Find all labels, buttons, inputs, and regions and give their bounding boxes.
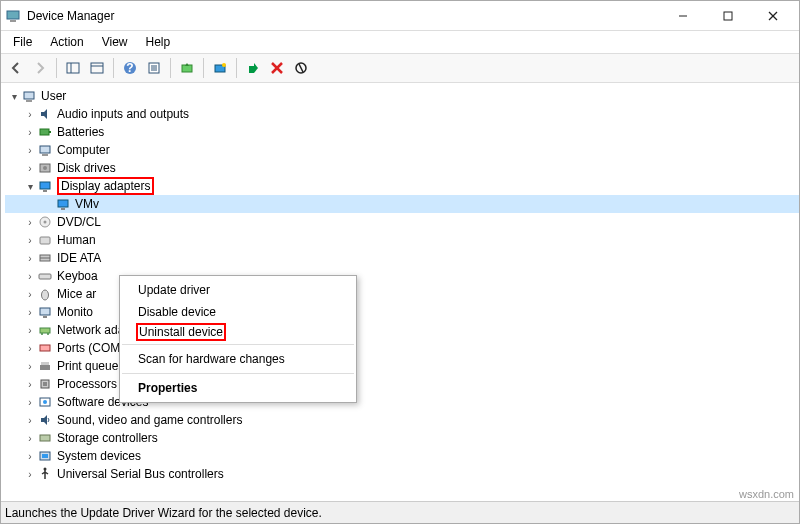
tree-node-label: Mice ar [57,287,96,301]
tree-node[interactable]: ›Universal Serial Bus controllers [5,465,799,483]
context-menu: Update driverDisable deviceUninstall dev… [119,275,357,403]
chevron-icon[interactable]: › [23,253,37,264]
disable-device-button[interactable] [290,57,312,79]
chevron-icon[interactable]: › [23,451,37,462]
context-menu-item-label: Properties [138,381,197,395]
computer-icon [37,142,53,158]
svg-rect-24 [26,100,32,102]
svg-rect-0 [7,11,19,19]
system-icon [37,448,53,464]
ports-icon [37,340,53,356]
svg-rect-1 [10,20,16,22]
tree-node[interactable]: VMv [5,195,799,213]
svg-point-41 [42,290,49,300]
chevron-icon[interactable]: › [23,271,37,282]
menu-view[interactable]: View [94,33,136,51]
menu-action[interactable]: Action [42,33,91,51]
svg-rect-40 [39,274,51,279]
maximize-button[interactable] [705,2,750,30]
tree-root[interactable]: ▾ User [5,87,799,105]
dvd-icon [37,214,53,230]
back-button[interactable] [5,57,27,79]
show-hide-tree-button[interactable] [62,57,84,79]
tree-node-label: Disk drives [57,161,116,175]
tree-node[interactable]: ›Human [5,231,799,249]
tree-node[interactable]: ›DVD/CL [5,213,799,231]
mouse-icon [37,286,53,302]
tree-node-label: System devices [57,449,141,463]
chevron-icon[interactable]: › [23,361,37,372]
chevron-icon[interactable]: › [23,379,37,390]
svg-point-46 [47,333,49,335]
tree-node[interactable]: ▾Display adapters [5,177,799,195]
tree-node[interactable]: ›Storage controllers [5,429,799,447]
context-menu-item[interactable]: Uninstall device [120,323,356,341]
svg-point-57 [44,468,47,471]
chevron-icon[interactable]: › [23,163,37,174]
enable-device-button[interactable] [242,57,264,79]
update-driver-button[interactable] [176,57,198,79]
chevron-icon[interactable]: › [23,127,37,138]
tree-node-label: Computer [57,143,110,157]
tree-node-label: DVD/CL [57,215,101,229]
context-menu-item[interactable]: Scan for hardware changes [120,348,356,370]
tree-node[interactable]: ›Disk drives [5,159,799,177]
display-icon [37,178,53,194]
svg-point-18 [222,63,226,67]
minimize-button[interactable] [660,2,705,30]
help-button[interactable]: ? [119,57,141,79]
chevron-icon[interactable]: › [23,343,37,354]
chevron-icon[interactable]: › [23,289,37,300]
disk-icon [37,160,53,176]
chevron-icon[interactable]: › [23,325,37,336]
svg-rect-19 [249,66,254,73]
details-button[interactable] [86,57,108,79]
tree-node[interactable]: ›Computer [5,141,799,159]
tree-node[interactable]: ›IDE ATA [5,249,799,267]
close-button[interactable] [750,2,795,30]
battery-icon [37,124,53,140]
printer-icon [37,358,53,374]
chevron-down-icon[interactable]: ▾ [7,91,21,102]
chevron-icon[interactable]: › [23,109,37,120]
chevron-icon[interactable]: › [23,469,37,480]
chevron-icon[interactable]: › [23,307,37,318]
chevron-icon[interactable]: › [23,217,37,228]
tree-node-label: Processors [57,377,117,391]
tree-node-label: VMv [75,197,99,211]
chevron-icon[interactable]: › [23,415,37,426]
context-menu-item[interactable]: Disable device [120,301,356,323]
forward-button[interactable] [29,57,51,79]
usb-icon [37,466,53,482]
properties-button[interactable] [143,57,165,79]
menu-separator [122,344,354,345]
svg-point-53 [43,400,47,404]
tree-node[interactable]: ›Sound, video and game controllers [5,411,799,429]
tree-node[interactable]: ›Batteries [5,123,799,141]
uninstall-device-button[interactable] [266,57,288,79]
chevron-icon[interactable]: › [23,397,37,408]
tree-node[interactable]: ›Audio inputs and outputs [5,105,799,123]
device-tree[interactable]: ▾ User ›Audio inputs and outputs›Batteri… [1,83,799,501]
tree-node[interactable]: ›System devices [5,447,799,465]
display-icon [55,196,71,212]
chevron-icon[interactable]: › [23,235,37,246]
titlebar: Device Manager [1,1,799,31]
scan-hardware-button[interactable] [209,57,231,79]
svg-rect-28 [42,154,48,156]
menu-help[interactable]: Help [138,33,179,51]
toolbar: ? [1,53,799,83]
context-menu-item[interactable]: Update driver [120,279,356,301]
menubar: File Action View Help [1,31,799,53]
chevron-icon[interactable]: ▾ [23,181,37,192]
menu-file[interactable]: File [5,33,40,51]
hid-icon [37,232,53,248]
svg-rect-42 [40,308,50,315]
svg-rect-26 [49,131,51,133]
svg-rect-27 [40,146,50,153]
svg-rect-8 [91,63,103,73]
storage-icon [37,430,53,446]
chevron-icon[interactable]: › [23,433,37,444]
chevron-icon[interactable]: › [23,145,37,156]
context-menu-item[interactable]: Properties [120,377,356,399]
